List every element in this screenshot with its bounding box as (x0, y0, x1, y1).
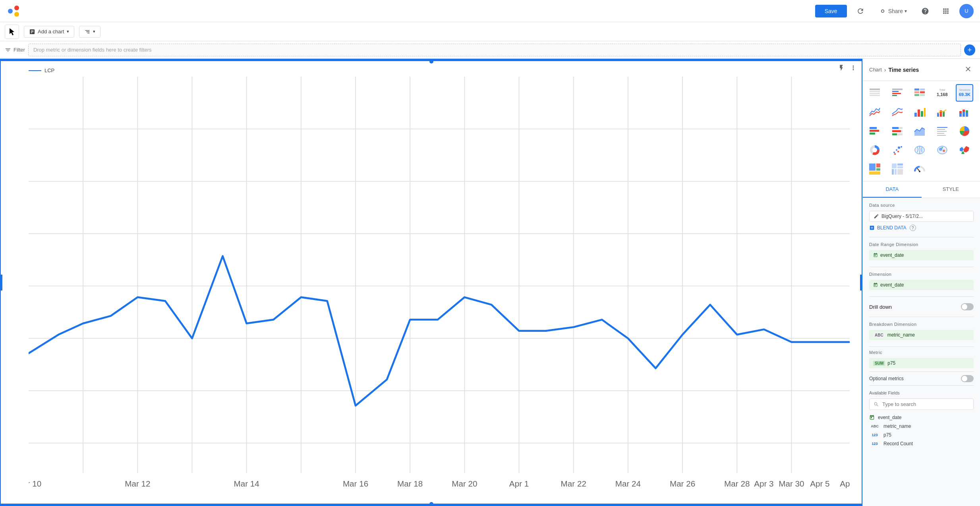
blend-help-icon[interactable]: ? (910, 225, 916, 231)
refresh-button[interactable] (853, 4, 868, 18)
main-content: LCP (0, 59, 980, 506)
num-p75-icon: 123 (869, 433, 880, 437)
grid-button[interactable] (939, 4, 953, 18)
chart-type-scorecard-sessions-button[interactable]: Sessions 69.3K (956, 84, 973, 102)
svg-rect-103 (869, 164, 876, 171)
add-chart-label: Add a chart (38, 29, 64, 35)
dimension-field-name: event_date (880, 282, 904, 288)
arrange-button[interactable]: ▾ (79, 26, 101, 38)
toggle-knob (962, 304, 967, 310)
blend-data-label: BLEND DATA (877, 225, 907, 231)
svg-rect-112 (897, 169, 903, 175)
svg-rect-64 (924, 108, 926, 117)
resize-handle-right[interactable] (860, 275, 862, 291)
svg-point-95 (894, 153, 896, 155)
field-event-date[interactable]: event_date (869, 413, 974, 422)
svg-rect-74 (870, 127, 877, 129)
date-range-field[interactable]: event_date (869, 250, 974, 260)
field-record-count[interactable]: 123 Record Count (869, 439, 974, 448)
filter-label-container: Filter (5, 47, 25, 53)
dimension-field[interactable]: event_date (869, 280, 974, 290)
svg-rect-54 (892, 95, 897, 96)
breakdown-label: Breakdown Dimension (869, 322, 974, 327)
chart-type-time-series-button[interactable] (866, 103, 883, 121)
svg-rect-51 (892, 89, 903, 90)
svg-rect-84 (937, 129, 945, 130)
svg-rect-69 (959, 111, 962, 114)
svg-rect-50 (870, 95, 880, 96)
chart-lightning-button[interactable] (836, 63, 847, 73)
svg-rect-49 (870, 93, 880, 94)
drill-down-label: Drill down (869, 304, 892, 310)
available-fields-search-input[interactable] (882, 401, 969, 407)
svg-rect-55 (914, 89, 919, 90)
chart-type-geo-map-button[interactable] (911, 141, 928, 159)
chart-type-heatmap-button[interactable] (911, 84, 928, 102)
svg-point-102 (941, 147, 943, 148)
svg-rect-85 (937, 131, 947, 132)
tab-style[interactable]: STYLE (922, 181, 980, 198)
help-button[interactable] (918, 4, 932, 18)
chart-type-pie-button[interactable] (956, 122, 973, 140)
calendar-icon (869, 415, 875, 420)
blend-data-button[interactable]: BLEND DATA (869, 223, 907, 232)
breakdown-field-name: metric_name (887, 332, 915, 338)
chart-type-donut-button[interactable] (866, 141, 883, 159)
panel-title-container: Chart › Time series (869, 67, 919, 73)
chart-type-treemap-button[interactable] (866, 160, 883, 178)
chart-type-scatter-button[interactable] (889, 141, 906, 159)
chart-type-horizontal-bar-button[interactable] (866, 122, 883, 140)
drill-down-toggle[interactable] (961, 303, 974, 310)
filter-add-button[interactable]: + (964, 44, 975, 56)
pointer-tool-button[interactable] (5, 25, 19, 39)
save-button[interactable]: Save (815, 5, 847, 17)
svg-rect-87 (937, 135, 946, 136)
chart-type-stacked-bar-button[interactable] (956, 103, 973, 121)
data-source-button[interactable]: BigQuery - 5/17/2... (869, 211, 974, 222)
chart-type-filled-map-button[interactable] (956, 141, 973, 159)
chart-type-bullet-button[interactable] (889, 122, 906, 140)
chart-type-pivot-button[interactable] (889, 160, 906, 178)
resize-center-dot-top[interactable] (429, 60, 433, 63)
panel-close-button[interactable] (963, 63, 974, 76)
metric-field[interactable]: SUM p75 (869, 358, 974, 368)
chart-type-table-bars-button[interactable] (889, 84, 906, 102)
svg-text:Mar 12: Mar 12 (125, 479, 150, 488)
chart-type-combo-button[interactable] (934, 103, 951, 121)
chart-type-smooth-line-button[interactable] (889, 103, 906, 121)
available-fields-label: Available Fields (869, 391, 974, 395)
svg-rect-68 (959, 114, 962, 117)
optional-metrics-toggle-knob (962, 376, 967, 381)
breakdown-field[interactable]: ABC metric_name (869, 330, 974, 340)
svg-text:Apr 5: Apr 5 (810, 479, 829, 488)
field-p75[interactable]: 123 p75 (869, 431, 974, 439)
breakdown-field-type: ABC (873, 333, 885, 338)
chart-type-bubble-map-button[interactable] (934, 141, 951, 159)
chart-type-bar-button[interactable] (911, 103, 928, 121)
chart-type-scorecard-total-button[interactable]: Total 1,168 (934, 84, 951, 102)
optional-metrics-toggle[interactable] (961, 375, 974, 382)
chart-type-list-button[interactable] (934, 122, 951, 140)
add-chart-button[interactable]: Add a chart ▾ (24, 26, 74, 38)
chart-more-button[interactable] (848, 63, 858, 73)
svg-rect-58 (920, 91, 925, 93)
panel-chart-type: Time series (888, 67, 919, 73)
metric-label: Metric (869, 350, 974, 355)
resize-handle-bottom[interactable] (1, 504, 862, 505)
share-button[interactable]: Share ▾ (874, 4, 912, 18)
resize-handle-left[interactable] (1, 275, 2, 291)
field-metric-name[interactable]: ABC metric_name (869, 422, 974, 431)
abc-icon: ABC (869, 424, 880, 428)
chart-type-gauge-button[interactable] (911, 160, 928, 178)
chart-type-table-button[interactable] (866, 84, 883, 102)
available-fields-section: Available Fields event_date ABC metric_n… (863, 386, 980, 453)
svg-text:Mar 14: Mar 14 (234, 479, 259, 488)
tab-data[interactable]: DATA (863, 181, 922, 198)
svg-rect-73 (966, 110, 968, 113)
user-avatar[interactable]: U (959, 4, 974, 18)
chart-type-area-button[interactable] (911, 122, 928, 140)
svg-rect-57 (914, 91, 919, 93)
svg-rect-105 (876, 168, 880, 171)
field-event-date-name: event_date (878, 415, 901, 420)
svg-point-101 (943, 150, 945, 152)
